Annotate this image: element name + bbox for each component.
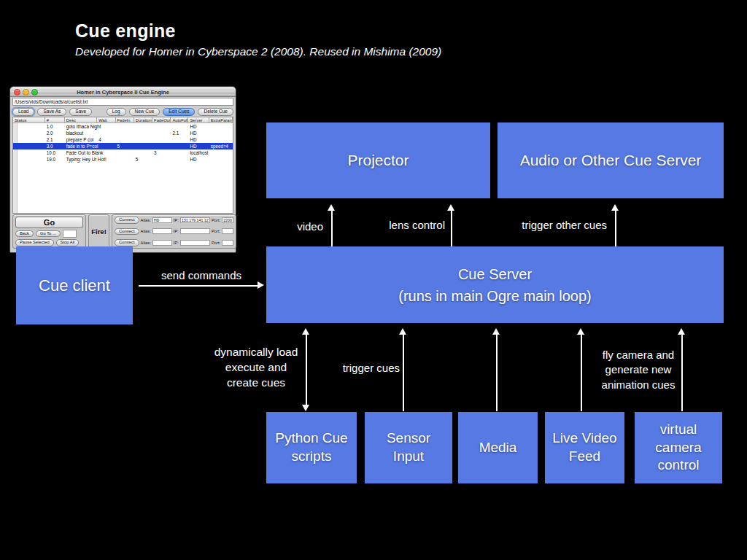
- table-cell: [134, 123, 152, 130]
- table-row[interactable]: 19.0Typing: Hey Ur Hot!5HD: [13, 156, 233, 163]
- sensor-input-arrow: [399, 328, 407, 411]
- cue-table-header: Status#DescWaitFadeInDurationFadeOutAuto…: [13, 117, 233, 123]
- connect-button[interactable]: Connect: [115, 239, 139, 246]
- table-cell: prepare P col: [65, 136, 98, 143]
- fire-button[interactable]: Fire!: [91, 228, 107, 236]
- table-row[interactable]: 2.1prepare P col4HD: [13, 136, 233, 143]
- ip-field[interactable]: [180, 240, 210, 246]
- table-cell: [13, 156, 45, 163]
- goto-cue-field[interactable]: [63, 230, 77, 238]
- table-cell: [209, 149, 233, 156]
- toolbar-button-new-cue[interactable]: New Cue: [129, 108, 160, 117]
- table-cell: [209, 136, 233, 143]
- alias-field[interactable]: [152, 228, 172, 234]
- table-cell: [171, 149, 188, 156]
- table-cell: [13, 149, 45, 156]
- page-title: Cue engine: [75, 20, 176, 42]
- python-cue-scripts-box: Python Cue scripts: [266, 412, 357, 483]
- cue-server-box: Cue Server (runs in main Ogre main loop): [266, 246, 724, 323]
- table-cell: [134, 130, 152, 136]
- table-row[interactable]: 3.0fade in to P=col5HDspeed=4: [13, 143, 233, 149]
- table-cell: speed=4: [209, 143, 233, 149]
- port-field[interactable]: [222, 228, 233, 234]
- alias-label: Alias:: [141, 241, 151, 245]
- column-header[interactable]: FadeIn: [116, 117, 134, 123]
- toolbar-button-log[interactable]: Log: [107, 108, 126, 117]
- table-cell: [13, 123, 45, 130]
- window-bottom-panels: Go Back Go To ... Pause Selected Stop Al…: [12, 214, 233, 249]
- table-cell: 5: [134, 156, 152, 163]
- table-cell: [97, 149, 115, 156]
- table-cell: 5: [116, 143, 134, 149]
- connect-button[interactable]: Connect: [115, 228, 139, 236]
- table-cell: [116, 130, 134, 136]
- toolbar-button-load[interactable]: Load: [12, 108, 34, 117]
- port-field[interactable]: [222, 217, 233, 223]
- column-header[interactable]: AutoFollo...: [171, 117, 188, 123]
- table-row[interactable]: 10.0Fade Out to Blank3localhost: [13, 149, 233, 156]
- toolbar-button-delete-cue[interactable]: Delete Cue: [198, 108, 233, 117]
- alias-field[interactable]: [152, 240, 172, 246]
- dynamically-load-label: dynamically load execute and create cues: [210, 345, 302, 391]
- table-cell: 2.1: [171, 130, 188, 136]
- live-video-feed-box: Live Video Feed: [545, 412, 624, 483]
- column-header[interactable]: FadeOut: [152, 117, 171, 123]
- table-cell: [152, 123, 171, 130]
- ip-label: IP:: [174, 229, 179, 233]
- table-cell: [152, 143, 171, 149]
- table-cell: [134, 149, 152, 156]
- alias-field[interactable]: [152, 217, 172, 223]
- table-cell: [97, 156, 115, 163]
- pause-selected-button[interactable]: Pause Selected: [15, 239, 54, 246]
- table-row[interactable]: 1.0goto Ithaca NightHD: [13, 123, 233, 130]
- table-cell: 10.0: [45, 149, 65, 156]
- table-cell: 2.0: [45, 130, 65, 136]
- window-titlebar[interactable]: Homer in Cyberspace II Cue Engine: [10, 87, 236, 97]
- connect-button[interactable]: Connect: [115, 217, 139, 224]
- trigger-other-cues-arrow: [611, 204, 619, 246]
- cue-table[interactable]: Status#DescWaitFadeInDurationFadeOutAuto…: [12, 117, 233, 214]
- port-field[interactable]: [222, 240, 233, 246]
- table-cell: HD: [188, 156, 209, 163]
- table-cell: 19.0: [45, 156, 65, 163]
- window-toolbar: LoadSave AsSave LogNew CueEdit CuesDelet…: [12, 107, 233, 117]
- alias-label: Alias:: [141, 218, 151, 222]
- table-cell: HD: [188, 143, 209, 149]
- python-scripts-arrow: [302, 328, 310, 411]
- stop-all-button[interactable]: Stop All: [56, 239, 80, 246]
- table-cell: 1.0: [45, 123, 65, 130]
- table-cell: 2.1: [45, 136, 65, 143]
- virtual-camera-control-box: virtual camera control: [635, 412, 722, 483]
- go-button[interactable]: Go: [15, 217, 83, 228]
- column-header[interactable]: #: [45, 117, 65, 123]
- column-header[interactable]: Duration: [134, 117, 152, 123]
- table-cell: [116, 123, 134, 130]
- goto-button[interactable]: Go To ...: [36, 230, 61, 238]
- toolbar-button-edit-cues[interactable]: Edit Cues: [163, 108, 195, 117]
- table-cell: 3: [152, 149, 171, 156]
- trigger-other-cues-label: trigger other cues: [496, 218, 607, 233]
- slide: Cue engine Developed for Homer in Cybers…: [0, 0, 747, 560]
- table-cell: [116, 156, 134, 163]
- column-header[interactable]: ExtraParams: [209, 117, 233, 123]
- ip-field[interactable]: [180, 228, 210, 234]
- media-box: Media: [458, 412, 538, 483]
- table-cell: [209, 156, 233, 163]
- table-cell: [13, 143, 45, 149]
- video-arrow: [328, 204, 336, 246]
- column-header[interactable]: Desc: [65, 117, 98, 123]
- column-header[interactable]: Server: [188, 117, 209, 123]
- back-button[interactable]: Back: [15, 230, 34, 238]
- table-cell: [152, 156, 171, 163]
- column-header[interactable]: Status: [13, 117, 45, 123]
- table-row[interactable]: 2.0blackout2.1HD: [13, 130, 233, 136]
- cuelist-path-field[interactable]: [12, 98, 233, 106]
- ip-field[interactable]: [180, 217, 210, 223]
- table-cell: 4: [97, 136, 115, 143]
- ip-label: IP:: [174, 241, 179, 245]
- port-label: Port:: [212, 241, 220, 245]
- table-cell: [134, 136, 152, 143]
- toolbar-button-save[interactable]: Save: [69, 108, 92, 117]
- column-header[interactable]: Wait: [97, 117, 115, 123]
- toolbar-button-save-as[interactable]: Save As: [37, 108, 66, 117]
